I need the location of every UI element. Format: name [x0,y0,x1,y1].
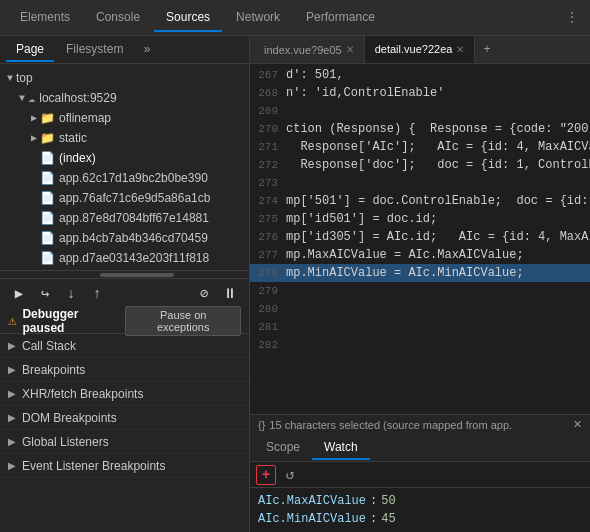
file-icon-app4: 📄 [40,251,55,266]
tab-page[interactable]: Page [6,38,54,62]
step-out-button[interactable]: ↑ [86,283,108,305]
watch-toolbar: + ↺ [250,462,590,488]
watch-sep-0: : [370,494,377,508]
line-content-270: ction (Response) { Response = {code: "20… [286,122,590,136]
tree-item-app2[interactable]: 📄 app.87e8d7084bff67e14881 [0,208,249,228]
tab-console[interactable]: Console [84,4,152,32]
file-tab-index[interactable]: index.vue?9e05 ✕ [254,36,365,63]
file-icon-app1: 📄 [40,191,55,206]
tree-label-oflinemap: oflinemap [59,111,111,125]
pause-all-button[interactable]: ⏸ [219,283,241,305]
resume-button[interactable]: ▶ [8,283,30,305]
file-tree: ▼ top ▼ ☁ localhost:9529 ▶ 📁 oflinemap ▶ [0,64,249,270]
close-tab-index[interactable]: ✕ [346,44,354,55]
line-number-277: 277 [254,249,286,261]
file-icon-app0: 📄 [40,171,55,186]
tab-sources[interactable]: Sources [154,4,222,32]
tree-item-oflinemap[interactable]: ▶ 📁 oflinemap [0,108,249,128]
code-area[interactable]: 267d': 501,268n': 'id,ControlEnable'2692… [250,64,590,414]
code-line-281: 281 [250,318,590,336]
tree-item-static[interactable]: ▶ 📁 static [0,128,249,148]
line-number-282: 282 [254,339,286,351]
close-status-icon[interactable]: ✕ [573,418,582,431]
code-line-276: 276mp['id305'] = AIc.id; AIc = {id: 4, M… [250,228,590,246]
line-content-272: Response['doc']; doc = {id: 1, ControlEn… [286,158,590,172]
arrow-top: ▼ [4,73,16,84]
deactivate-button[interactable]: ⊘ [193,283,215,305]
debug-section-breakpoints[interactable]: ▶ Breakpoints [0,358,249,382]
watch-sep-1: : [370,512,377,526]
add-tab-button[interactable]: + [479,39,494,61]
debug-section-xhr[interactable]: ▶ XHR/fetch Breakpoints [0,382,249,406]
line-content-277: mp.MaxAICValue = AIc.MaxAICValue; [286,248,524,262]
line-number-280: 280 [254,303,286,315]
code-line-279: 279 [250,282,590,300]
step-over-button[interactable]: ↪ [34,283,56,305]
tree-label-app2: app.87e8d7084bff67e14881 [59,211,209,225]
file-tab-detail-label: detail.vue?22ea [375,43,453,55]
line-content-271: Response['AIc']; AIc = {id: 4, MaxAICVal… [286,140,590,154]
more-left-icon[interactable]: » [139,41,154,59]
code-line-268: 268n': 'id,ControlEnable' [250,84,590,102]
tree-item-top[interactable]: ▼ top [0,68,249,88]
watch-add-button[interactable]: + [256,465,276,485]
watch-refresh-button[interactable]: ↺ [280,465,300,485]
tab-elements[interactable]: Elements [8,4,82,32]
arrow-oflinemap: ▶ [28,112,40,124]
watch-val-0: 50 [381,494,395,508]
section-label-breakpoints: Breakpoints [22,363,85,377]
tree-label-static: static [59,131,87,145]
cloud-icon: ☁ [28,91,35,106]
file-icon-index: 📄 [40,151,55,166]
line-number-269: 269 [254,105,286,117]
section-label-dom: DOM Breakpoints [22,411,117,425]
step-into-button[interactable]: ↓ [60,283,82,305]
arrow-static: ▶ [28,132,40,144]
tree-item-app0[interactable]: 📄 app.62c17d1a9bc2b0be390 [0,168,249,188]
tree-item-localhost[interactable]: ▼ ☁ localhost:9529 [0,88,249,108]
tree-item-app1[interactable]: 📄 app.76afc71c6e9d5a86a1cb [0,188,249,208]
tab-filesystem[interactable]: Filesystem [56,38,133,62]
file-icon-app2: 📄 [40,211,55,226]
line-number-273: 273 [254,177,286,189]
section-arrow-callstack: ▶ [8,340,16,351]
left-sub-bar: Page Filesystem » [0,36,249,64]
close-tab-detail[interactable]: ✕ [456,44,464,55]
tree-label-app0: app.62c17d1a9bc2b0be390 [59,171,208,185]
arrow-localhost: ▼ [16,93,28,104]
tree-item-app3[interactable]: 📄 app.b4cb7ab4b346cd70459 [0,228,249,248]
debug-section-dom[interactable]: ▶ DOM Breakpoints [0,406,249,430]
tab-scope[interactable]: Scope [254,436,312,460]
debug-section-global[interactable]: ▶ Global Listeners [0,430,249,454]
pause-exceptions-button[interactable]: Pause on exceptions [125,306,241,336]
file-tab-detail[interactable]: detail.vue?22ea ✕ [365,36,476,63]
tree-item-app4[interactable]: 📄 app.d7ae03143e203f11f818 [0,248,249,268]
line-number-274: 274 [254,195,286,207]
tree-item-index[interactable]: 📄 (index) [0,148,249,168]
line-number-267: 267 [254,69,286,81]
section-arrow-global: ▶ [8,436,16,447]
right-panel: index.vue?9e05 ✕ detail.vue?22ea ✕ + 267… [250,36,590,532]
tree-label-app3: app.b4cb7ab4b346cd70459 [59,231,208,245]
tab-performance[interactable]: Performance [294,4,387,32]
line-number-272: 272 [254,159,286,171]
debug-section-callstack[interactable]: ▶ Call Stack [0,334,249,358]
code-line-274: 274mp['501'] = doc.ControlEnable; doc = … [250,192,590,210]
tab-network[interactable]: Network [224,4,292,32]
folder-icon-static: 📁 [40,131,55,146]
more-tabs-button[interactable]: ⋮ [562,6,582,29]
code-line-272: 272 Response['doc']; doc = {id: 1, Contr… [250,156,590,174]
watch-values: AIc.MaxAICValue : 50 AIc.MinAICValue : 4… [250,488,590,532]
file-icon-app3: 📄 [40,231,55,246]
code-settings-icon[interactable]: {} [258,419,265,431]
debug-section-event[interactable]: ▶ Event Listener Breakpoints [0,454,249,478]
code-line-271: 271 Response['AIc']; AIc = {id: 4, MaxAI… [250,138,590,156]
tab-watch[interactable]: Watch [312,436,370,460]
line-content-267: d': 501, [286,68,344,82]
tree-label-localhost: localhost:9529 [39,91,116,105]
watch-entry-1: AIc.MinAICValue : 45 [258,510,582,528]
debugger-banner: ⚠ Debugger paused Pause on exceptions [0,308,249,334]
section-arrow-dom: ▶ [8,412,16,423]
code-line-282: 282 [250,336,590,354]
tree-scrollbar[interactable] [0,270,249,278]
